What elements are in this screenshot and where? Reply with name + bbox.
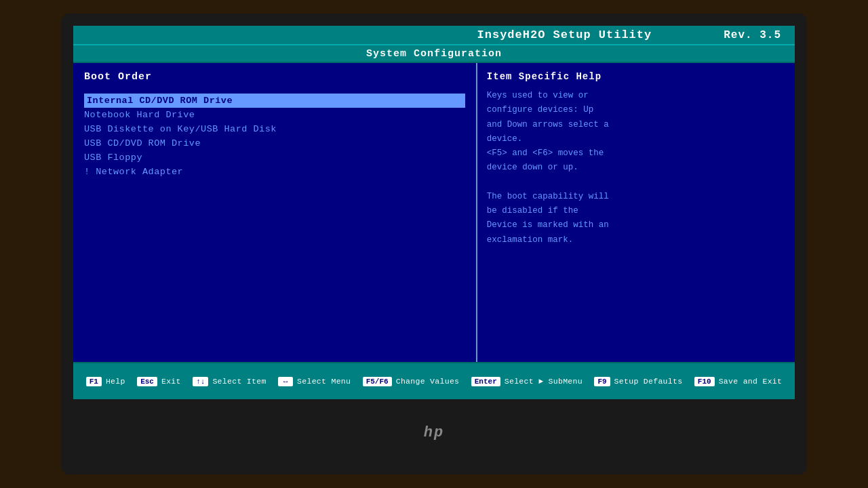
app-title: InsydeH2O Setup Utility	[406, 28, 724, 41]
status-change-values: F5/F6 Change Values	[363, 377, 460, 386]
esc-desc: Exit	[161, 377, 181, 386]
f5f6-desc: Change Values	[396, 377, 460, 386]
boot-order-title: Boot Order	[84, 71, 465, 83]
boot-item-usb-floppy[interactable]: USB Floppy	[84, 150, 465, 165]
left-panel: Boot Order Internal CD/DVD ROM Drive Not…	[73, 63, 477, 362]
boot-item-notebook-hd[interactable]: Notebook Hard Drive	[84, 108, 465, 122]
subtitle: System Configuration	[366, 48, 502, 60]
f10-desc: Save and Exit	[719, 377, 783, 386]
enter-key: Enter	[471, 377, 500, 386]
status-select-item: ↑↓ Select Item	[193, 377, 266, 386]
status-select-menu: ↔ Select Menu	[278, 377, 351, 386]
esc-key: Esc	[137, 377, 157, 386]
f9-desc: Setup Defaults	[614, 377, 683, 386]
laptop-bottom: hp	[73, 403, 795, 462]
title-bar: InsydeH2O Setup Utility Rev. 3.5	[73, 26, 795, 45]
revision: Rev. 3.5	[724, 29, 781, 41]
help-title: Item Specific Help	[487, 71, 785, 82]
updown-desc: Select Item	[212, 377, 266, 386]
bios-screen: InsydeH2O Setup Utility Rev. 3.5 System …	[73, 26, 795, 399]
boot-item-network-adapter[interactable]: ! Network Adapter	[84, 165, 465, 179]
boot-item-internal-cd[interactable]: Internal CD/DVD ROM Drive	[84, 94, 465, 108]
right-panel: Item Specific Help Keys used to view or …	[477, 63, 795, 362]
laptop-frame: InsydeH2O Setup Utility Rev. 3.5 System …	[61, 14, 807, 474]
subtitle-bar: System Configuration	[73, 45, 795, 63]
status-help: F1 Help	[86, 377, 125, 386]
hp-logo: hp	[424, 424, 444, 441]
lr-desc: Select Menu	[297, 377, 351, 386]
f9-key: F9	[594, 377, 610, 386]
f10-key: F10	[694, 377, 715, 386]
help-content: Keys used to view or configure devices: …	[487, 89, 785, 247]
boot-item-usb-diskette[interactable]: USB Diskette on Key/USB Hard Disk	[84, 122, 465, 136]
lr-key: ↔	[278, 377, 293, 386]
f1-key: F1	[86, 377, 102, 386]
enter-desc: Select ► SubMenu	[505, 377, 583, 386]
updown-key: ↑↓	[193, 377, 208, 386]
status-defaults: F9 Setup Defaults	[594, 377, 682, 386]
f1-desc: Help	[106, 377, 125, 386]
content-area: Boot Order Internal CD/DVD ROM Drive Not…	[73, 63, 795, 362]
status-bar: F1 Help Esc Exit ↑↓ Select Item ↔ Select…	[73, 362, 795, 399]
f5f6-key: F5/F6	[363, 377, 392, 386]
status-submenu: Enter Select ► SubMenu	[471, 377, 583, 386]
status-exit: Esc Exit	[137, 377, 181, 386]
status-save-exit: F10 Save and Exit	[694, 377, 782, 386]
boot-item-usb-cd[interactable]: USB CD/DVD ROM Drive	[84, 136, 465, 150]
